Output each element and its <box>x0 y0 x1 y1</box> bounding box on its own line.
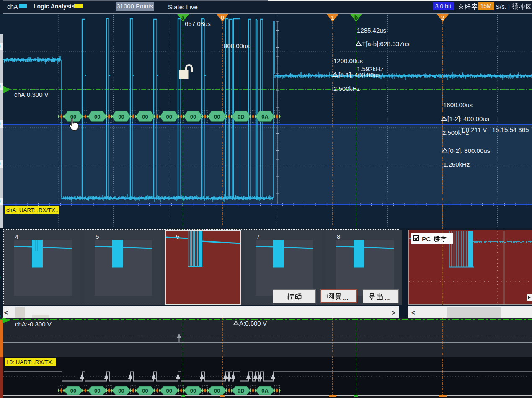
svg-text:00: 00 <box>94 388 100 394</box>
svg-text:00: 00 <box>118 114 124 120</box>
svg-text:00: 00 <box>142 114 148 120</box>
svg-text:00: 00 <box>190 114 196 120</box>
svg-text:0: 0 <box>221 14 224 21</box>
svg-text:2: 2 <box>441 14 444 21</box>
svg-text:0A: 0A <box>261 388 269 394</box>
svg-text:00: 00 <box>70 388 76 394</box>
svg-text:00: 00 <box>94 114 100 120</box>
svg-text:00: 00 <box>190 388 196 394</box>
svg-text:00: 00 <box>118 388 124 394</box>
svg-text:00: 00 <box>142 388 148 394</box>
svg-text:0D: 0D <box>238 388 245 394</box>
svg-text:0A: 0A <box>261 114 269 120</box>
svg-text:1: 1 <box>331 14 334 21</box>
svg-text:00: 00 <box>214 114 220 120</box>
svg-text:0D: 0D <box>238 114 245 120</box>
svg-text:b: b <box>354 14 358 21</box>
svg-text:00: 00 <box>166 114 172 120</box>
svg-text:a: a <box>181 14 185 21</box>
svg-text:00: 00 <box>214 388 220 394</box>
svg-text:00: 00 <box>166 388 172 394</box>
